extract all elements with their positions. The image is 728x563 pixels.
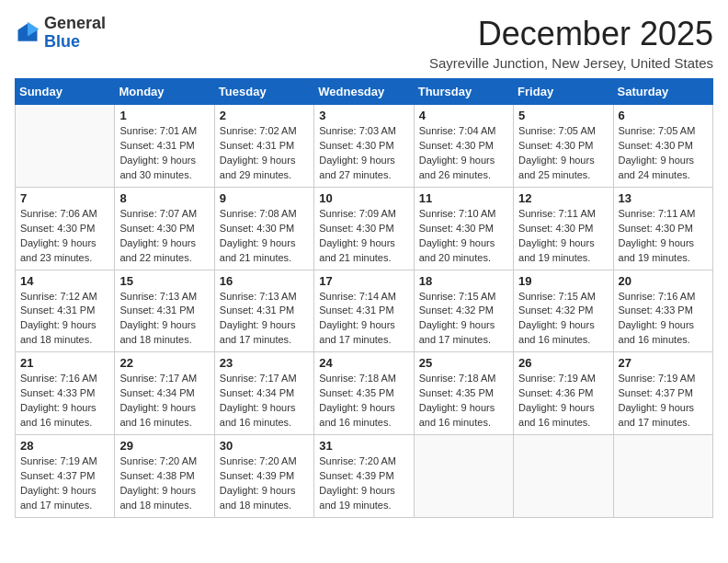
logo-blue: Blue — [44, 32, 80, 51]
day-info: Sunrise: 7:08 AMSunset: 4:30 PMDaylight:… — [220, 207, 309, 266]
calendar-day-cell: 19Sunrise: 7:15 AMSunset: 4:32 PMDayligh… — [514, 270, 613, 352]
calendar-day-cell: 26Sunrise: 7:19 AMSunset: 4:36 PMDayligh… — [514, 352, 613, 435]
calendar-day-cell — [613, 435, 712, 518]
calendar-day-header: Thursday — [414, 79, 513, 105]
day-info: Sunrise: 7:16 AMSunset: 4:33 PMDaylight:… — [619, 290, 708, 349]
day-number: 29 — [119, 439, 209, 453]
day-info: Sunrise: 7:15 AMSunset: 4:32 PMDaylight:… — [419, 290, 508, 349]
calendar-day-cell: 4Sunrise: 7:04 AMSunset: 4:30 PMDaylight… — [414, 105, 513, 188]
day-info: Sunrise: 7:17 AMSunset: 4:34 PMDaylight:… — [220, 372, 309, 431]
day-info: Sunrise: 7:03 AMSunset: 4:30 PMDaylight:… — [319, 124, 408, 183]
calendar-day-cell: 30Sunrise: 7:20 AMSunset: 4:39 PMDayligh… — [214, 435, 313, 518]
day-number: 15 — [119, 274, 209, 288]
calendar-day-header: Saturday — [613, 79, 712, 105]
calendar-week-row: 21Sunrise: 7:16 AMSunset: 4:33 PMDayligh… — [16, 352, 713, 435]
logo-general: General — [44, 14, 106, 32]
day-info: Sunrise: 7:01 AMSunset: 4:31 PMDaylight:… — [119, 124, 209, 183]
calendar-day-cell: 16Sunrise: 7:13 AMSunset: 4:31 PMDayligh… — [214, 270, 313, 352]
calendar-header-row: SundayMondayTuesdayWednesdayThursdayFrid… — [16, 79, 713, 105]
day-info: Sunrise: 7:12 AMSunset: 4:31 PMDaylight:… — [20, 290, 109, 349]
calendar-table: SundayMondayTuesdayWednesdayThursdayFrid… — [15, 78, 713, 518]
calendar-day-cell: 10Sunrise: 7:09 AMSunset: 4:30 PMDayligh… — [314, 187, 414, 270]
day-info: Sunrise: 7:07 AMSunset: 4:30 PMDaylight:… — [119, 207, 209, 266]
day-info: Sunrise: 7:02 AMSunset: 4:31 PMDaylight:… — [220, 124, 309, 183]
day-number: 31 — [319, 439, 408, 453]
day-number: 16 — [220, 274, 309, 288]
day-number: 18 — [419, 274, 508, 288]
calendar-week-row: 7Sunrise: 7:06 AMSunset: 4:30 PMDaylight… — [16, 187, 713, 270]
calendar-day-cell: 14Sunrise: 7:12 AMSunset: 4:31 PMDayligh… — [16, 270, 115, 352]
day-number: 28 — [20, 439, 109, 453]
calendar-day-cell: 24Sunrise: 7:18 AMSunset: 4:35 PMDayligh… — [314, 352, 414, 435]
calendar-day-cell: 5Sunrise: 7:05 AMSunset: 4:30 PMDaylight… — [514, 105, 613, 188]
day-number: 9 — [220, 191, 309, 205]
day-info: Sunrise: 7:11 AMSunset: 4:30 PMDaylight:… — [518, 207, 608, 266]
calendar-day-cell: 25Sunrise: 7:18 AMSunset: 4:35 PMDayligh… — [414, 352, 513, 435]
calendar-day-cell: 18Sunrise: 7:15 AMSunset: 4:32 PMDayligh… — [414, 270, 513, 352]
day-number: 4 — [419, 109, 508, 122]
day-info: Sunrise: 7:14 AMSunset: 4:31 PMDaylight:… — [319, 290, 408, 349]
day-number: 14 — [20, 274, 109, 288]
calendar-day-cell: 20Sunrise: 7:16 AMSunset: 4:33 PMDayligh… — [613, 270, 712, 352]
day-info: Sunrise: 7:20 AMSunset: 4:38 PMDaylight:… — [119, 454, 209, 513]
day-info: Sunrise: 7:19 AMSunset: 4:37 PMDaylight:… — [619, 372, 708, 431]
logo-text: General Blue — [44, 15, 106, 52]
day-number: 5 — [518, 109, 608, 122]
calendar-day-cell: 21Sunrise: 7:16 AMSunset: 4:33 PMDayligh… — [16, 352, 115, 435]
calendar-day-header: Tuesday — [214, 79, 313, 105]
calendar-day-cell — [414, 435, 513, 518]
day-number: 1 — [119, 109, 209, 122]
day-number: 23 — [220, 356, 309, 370]
day-info: Sunrise: 7:13 AMSunset: 4:31 PMDaylight:… — [220, 290, 309, 349]
calendar-day-cell: 2Sunrise: 7:02 AMSunset: 4:31 PMDaylight… — [214, 105, 313, 188]
calendar-day-cell: 23Sunrise: 7:17 AMSunset: 4:34 PMDayligh… — [214, 352, 313, 435]
day-info: Sunrise: 7:17 AMSunset: 4:34 PMDaylight:… — [119, 372, 209, 431]
day-info: Sunrise: 7:16 AMSunset: 4:33 PMDaylight:… — [20, 372, 109, 431]
logo-icon — [15, 20, 40, 46]
day-number: 21 — [20, 356, 109, 370]
day-number: 17 — [319, 274, 408, 288]
calendar-week-row: 1Sunrise: 7:01 AMSunset: 4:31 PMDaylight… — [16, 105, 713, 188]
calendar-day-cell: 15Sunrise: 7:13 AMSunset: 4:31 PMDayligh… — [115, 270, 214, 352]
day-number: 20 — [619, 274, 708, 288]
calendar-day-cell: 11Sunrise: 7:10 AMSunset: 4:30 PMDayligh… — [414, 187, 513, 270]
calendar-day-cell: 31Sunrise: 7:20 AMSunset: 4:39 PMDayligh… — [314, 435, 414, 518]
calendar-day-cell: 9Sunrise: 7:08 AMSunset: 4:30 PMDaylight… — [214, 187, 313, 270]
calendar-day-cell: 7Sunrise: 7:06 AMSunset: 4:30 PMDaylight… — [16, 187, 115, 270]
calendar-day-cell: 29Sunrise: 7:20 AMSunset: 4:38 PMDayligh… — [115, 435, 214, 518]
calendar-day-cell: 12Sunrise: 7:11 AMSunset: 4:30 PMDayligh… — [514, 187, 613, 270]
day-number: 8 — [119, 191, 209, 205]
day-number: 7 — [20, 191, 109, 205]
calendar-day-header: Monday — [115, 79, 214, 105]
day-number: 25 — [419, 356, 508, 370]
calendar-day-cell: 13Sunrise: 7:11 AMSunset: 4:30 PMDayligh… — [613, 187, 712, 270]
calendar-day-cell — [16, 105, 115, 188]
day-info: Sunrise: 7:15 AMSunset: 4:32 PMDaylight:… — [518, 290, 608, 349]
calendar-day-cell: 3Sunrise: 7:03 AMSunset: 4:30 PMDaylight… — [314, 105, 414, 188]
day-number: 10 — [319, 191, 408, 205]
calendar-day-header: Friday — [514, 79, 613, 105]
logo: General Blue — [15, 15, 106, 52]
calendar-day-cell: 6Sunrise: 7:05 AMSunset: 4:30 PMDaylight… — [613, 105, 712, 188]
day-info: Sunrise: 7:06 AMSunset: 4:30 PMDaylight:… — [20, 207, 109, 266]
day-info: Sunrise: 7:11 AMSunset: 4:30 PMDaylight:… — [619, 207, 708, 266]
calendar-week-row: 14Sunrise: 7:12 AMSunset: 4:31 PMDayligh… — [16, 270, 713, 352]
day-info: Sunrise: 7:20 AMSunset: 4:39 PMDaylight:… — [319, 454, 408, 513]
day-number: 19 — [518, 274, 608, 288]
page-header: General Blue December 2025 Sayreville Ju… — [15, 15, 713, 71]
day-number: 27 — [619, 356, 708, 370]
day-number: 22 — [119, 356, 209, 370]
calendar-day-cell: 28Sunrise: 7:19 AMSunset: 4:37 PMDayligh… — [16, 435, 115, 518]
day-number: 13 — [619, 191, 708, 205]
day-number: 26 — [518, 356, 608, 370]
day-info: Sunrise: 7:05 AMSunset: 4:30 PMDaylight:… — [518, 124, 608, 183]
day-number: 24 — [319, 356, 408, 370]
day-number: 2 — [220, 109, 309, 122]
month-title: December 2025 — [429, 15, 713, 53]
day-info: Sunrise: 7:19 AMSunset: 4:37 PMDaylight:… — [20, 454, 109, 513]
day-info: Sunrise: 7:19 AMSunset: 4:36 PMDaylight:… — [518, 372, 608, 431]
calendar-day-cell: 8Sunrise: 7:07 AMSunset: 4:30 PMDaylight… — [115, 187, 214, 270]
calendar-day-header: Wednesday — [314, 79, 414, 105]
calendar-day-cell: 1Sunrise: 7:01 AMSunset: 4:31 PMDaylight… — [115, 105, 214, 188]
calendar-day-cell: 17Sunrise: 7:14 AMSunset: 4:31 PMDayligh… — [314, 270, 414, 352]
